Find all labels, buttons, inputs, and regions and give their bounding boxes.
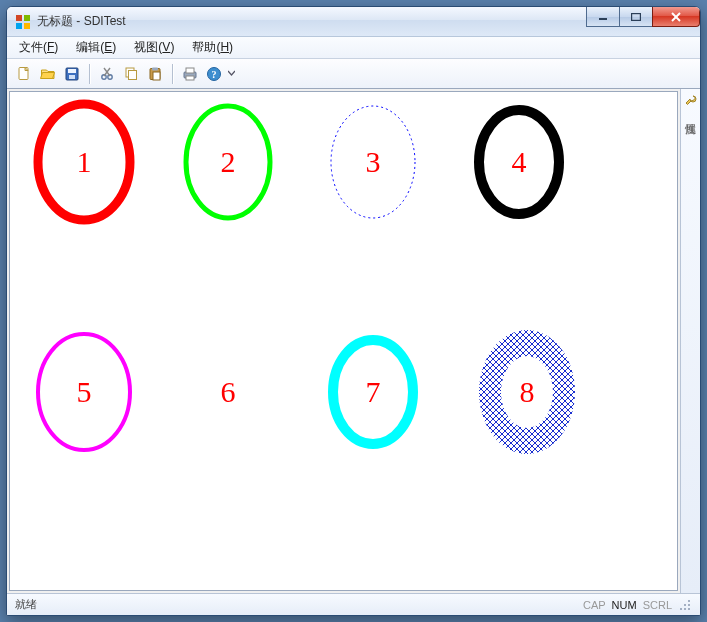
- menu-view[interactable]: 视图(V): [126, 37, 182, 58]
- svg-point-30: [684, 604, 686, 606]
- svg-rect-23: [186, 76, 194, 80]
- svg-rect-4: [599, 18, 607, 20]
- svg-point-27: [688, 604, 690, 606]
- save-button[interactable]: [61, 63, 83, 85]
- paste-button[interactable]: [144, 63, 166, 85]
- svg-rect-5: [632, 13, 641, 20]
- save-disk-icon: [64, 66, 80, 82]
- paste-clipboard-icon: [147, 66, 163, 82]
- drawing-surface: [10, 92, 677, 590]
- ellipse-shape[interactable]: [333, 340, 413, 444]
- client-area: 12345678 属性: [7, 89, 700, 593]
- menubar: 文件(F) 编辑(E) 视图(V) 帮助(H): [7, 37, 700, 59]
- svg-point-29: [684, 608, 686, 610]
- open-button[interactable]: [37, 63, 59, 85]
- window-title: 无标题 - SDITest: [37, 13, 126, 30]
- minimize-button[interactable]: [586, 7, 620, 27]
- wrench-icon: [684, 94, 698, 108]
- app-icon: [15, 14, 31, 30]
- ellipse-shape[interactable]: [38, 104, 130, 220]
- menu-edit[interactable]: 编辑(E): [68, 37, 124, 58]
- titlebar[interactable]: 无标题 - SDITest: [7, 7, 700, 37]
- ellipse-shape[interactable]: [479, 330, 575, 454]
- ellipse-shape[interactable]: [38, 334, 130, 450]
- svg-rect-11: [69, 75, 75, 79]
- svg-rect-17: [129, 70, 137, 79]
- svg-text:?: ?: [212, 68, 217, 79]
- svg-rect-10: [68, 69, 76, 73]
- new-button[interactable]: [13, 63, 35, 85]
- svg-point-28: [688, 600, 690, 602]
- menu-help[interactable]: 帮助(H): [184, 37, 241, 58]
- svg-rect-22: [186, 68, 194, 73]
- ellipse-shape[interactable]: [186, 106, 270, 218]
- statusbar: 就绪 CAP NUM SCRL: [7, 593, 700, 615]
- window-controls: [586, 7, 700, 27]
- close-button[interactable]: [652, 7, 700, 27]
- menu-file[interactable]: 文件(F): [11, 37, 66, 58]
- status-ready: 就绪: [15, 597, 577, 612]
- grip-icon: [678, 598, 692, 612]
- ellipse-shape[interactable]: [331, 106, 415, 218]
- minimize-icon: [598, 13, 608, 21]
- svg-point-26: [688, 608, 690, 610]
- toolbar: ?: [7, 59, 700, 89]
- chevron-down-icon: [228, 70, 235, 77]
- canvas[interactable]: 12345678: [9, 91, 678, 591]
- cut-scissors-icon: [99, 66, 115, 82]
- svg-rect-2: [16, 23, 22, 29]
- printer-icon: [182, 66, 198, 82]
- toolbar-separator: [172, 64, 173, 84]
- svg-rect-1: [24, 15, 30, 21]
- side-tool-button[interactable]: [683, 93, 699, 109]
- copy-icon: [123, 66, 139, 82]
- status-num: NUM: [612, 599, 637, 611]
- maximize-icon: [631, 13, 641, 21]
- resize-grip[interactable]: [678, 598, 692, 612]
- svg-rect-19: [152, 67, 158, 70]
- svg-rect-0: [16, 15, 22, 21]
- copy-button[interactable]: [120, 63, 142, 85]
- app-window: 无标题 - SDITest 文件(F) 编辑(E) 视图(V) 帮助(H): [6, 6, 701, 616]
- svg-point-31: [680, 608, 682, 610]
- status-scrl: SCRL: [643, 599, 672, 611]
- help-dropdown[interactable]: [227, 70, 235, 77]
- new-file-icon: [16, 66, 32, 82]
- side-panel: 属性: [680, 89, 700, 593]
- help-button[interactable]: ?: [203, 63, 225, 85]
- status-cap: CAP: [583, 599, 606, 611]
- svg-rect-20: [153, 72, 160, 80]
- help-icon: ?: [206, 66, 222, 82]
- ellipse-shape[interactable]: [479, 110, 559, 214]
- toolbar-separator: [89, 64, 90, 84]
- svg-rect-3: [24, 23, 30, 29]
- maximize-button[interactable]: [619, 7, 653, 27]
- close-icon: [670, 12, 682, 22]
- open-folder-icon: [40, 66, 56, 82]
- print-button[interactable]: [179, 63, 201, 85]
- cut-button[interactable]: [96, 63, 118, 85]
